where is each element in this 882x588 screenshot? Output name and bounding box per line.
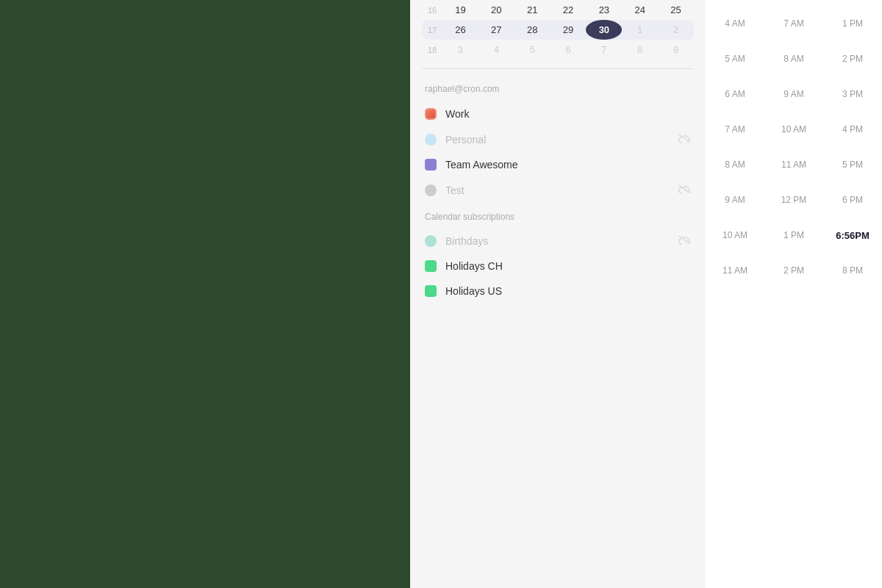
birthdays-label: Birthdays — [445, 235, 678, 247]
eye-slash-icon — [678, 184, 691, 196]
cal-day[interactable]: 8 — [622, 40, 658, 60]
time-label: 5 AM — [706, 41, 764, 76]
time-label: 2 PM — [823, 41, 882, 76]
time-label: 8 AM — [706, 147, 764, 182]
calendar-week-18: 18 3 4 5 6 7 8 9 — [422, 40, 694, 60]
work-color-dot — [425, 108, 437, 120]
cal-day[interactable]: 1 — [622, 20, 658, 40]
work-label: Work — [445, 108, 691, 120]
holidays-ch-color-dot — [425, 260, 437, 272]
calendar-item-holidays-ch[interactable]: Holidays CH — [416, 254, 700, 279]
time-label: 2 PM — [764, 253, 823, 288]
cal-day[interactable]: 3 — [442, 40, 478, 60]
cal-day[interactable]: 19 — [442, 0, 478, 20]
account-email: raphael@cron.com — [416, 81, 700, 101]
birthdays-color-dot — [425, 235, 437, 247]
cal-day[interactable]: 28 — [514, 20, 551, 40]
calendar-week-16: 16 19 20 21 22 23 24 25 — [422, 0, 694, 20]
time-col-3: 1 PM 2 PM 3 PM 4 PM 5 PM 6 PM 6:56PM 8 P… — [823, 6, 882, 588]
cal-day[interactable]: 2 — [658, 20, 694, 40]
calendar-item-personal[interactable]: Personal — [416, 126, 700, 152]
calendar-item-team-awesome[interactable]: Team Awesome — [416, 152, 700, 177]
calendar-mini: 16 19 20 21 22 23 24 25 17 26 27 28 29 3… — [410, 0, 706, 68]
holidays-ch-label: Holidays CH — [445, 260, 691, 272]
current-time-label: 6:56PM — [823, 218, 882, 253]
time-label: 8 AM — [764, 41, 823, 76]
cal-day-today[interactable]: 30 — [586, 20, 622, 40]
week-number: 17 — [422, 21, 442, 39]
time-label: 3 PM — [823, 76, 882, 112]
cal-day[interactable]: 27 — [478, 20, 514, 40]
cal-day[interactable]: 7 — [586, 40, 622, 60]
cal-day[interactable]: 21 — [514, 0, 551, 20]
calendar-item-test[interactable]: Test — [416, 177, 700, 203]
cal-day[interactable]: 4 — [478, 40, 514, 60]
time-columns: 4 AM 5 AM 6 AM 7 AM 8 AM 9 AM 10 AM 11 A… — [706, 0, 882, 588]
time-label: 1 PM — [764, 218, 823, 253]
calendar-week-17: 17 26 27 28 29 30 1 2 — [422, 20, 694, 40]
cal-day[interactable]: 29 — [551, 20, 587, 40]
time-label: 5 PM — [823, 147, 882, 182]
test-color-dot — [425, 184, 437, 196]
cal-day[interactable]: 22 — [551, 0, 587, 20]
time-label: 7 AM — [764, 6, 823, 41]
personal-color-dot — [425, 134, 437, 146]
cal-day[interactable]: 6 — [551, 40, 587, 60]
left-panel — [0, 0, 410, 588]
team-color-dot — [425, 159, 437, 171]
time-label: 10 AM — [764, 112, 823, 147]
eye-slash-icon — [678, 234, 691, 247]
cal-day[interactable]: 20 — [478, 0, 514, 20]
time-label: 12 PM — [764, 182, 823, 218]
personal-label: Personal — [445, 134, 678, 146]
time-label: 9 AM — [764, 76, 823, 112]
subscriptions-section-label: Calendar subscriptions — [416, 203, 700, 228]
week-number: 16 — [422, 1, 442, 19]
time-label: 6 AM — [706, 76, 764, 112]
time-label: 1 PM — [823, 6, 882, 41]
calendar-item-birthdays[interactable]: Birthdays — [416, 228, 700, 254]
cal-day[interactable]: 9 — [658, 40, 694, 60]
calendars-section: raphael@cron.com Work Personal Team Awes… — [410, 69, 706, 588]
team-awesome-label: Team Awesome — [445, 159, 691, 171]
cal-day[interactable]: 5 — [514, 40, 551, 60]
holidays-us-label: Holidays US — [445, 285, 691, 297]
time-label: 9 AM — [706, 182, 764, 218]
week-number: 18 — [422, 41, 442, 59]
time-label: 6 PM — [823, 182, 882, 218]
time-label: 10 AM — [706, 218, 764, 253]
time-label: 4 AM — [706, 6, 764, 41]
test-label: Test — [445, 184, 678, 196]
time-label: 8 PM — [823, 253, 882, 288]
cal-day[interactable]: 23 — [586, 0, 622, 20]
calendar-item-holidays-us[interactable]: Holidays US — [416, 279, 700, 304]
time-col-1: 4 AM 5 AM 6 AM 7 AM 8 AM 9 AM 10 AM 11 A… — [706, 6, 764, 588]
eye-slash-icon — [678, 133, 691, 146]
time-label: 4 PM — [823, 112, 882, 147]
holidays-us-color-dot — [425, 285, 437, 297]
time-col-2: 7 AM 8 AM 9 AM 10 AM 11 AM 12 PM 1 PM 2 … — [764, 6, 823, 588]
time-label: 7 AM — [706, 112, 764, 147]
cal-day[interactable]: 24 — [622, 0, 658, 20]
calendar-grid: 16 19 20 21 22 23 24 25 17 26 27 28 29 3… — [422, 0, 694, 60]
time-label: 11 AM — [764, 147, 823, 182]
cal-day[interactable]: 26 — [442, 20, 478, 40]
right-panel: 4 AM 5 AM 6 AM 7 AM 8 AM 9 AM 10 AM 11 A… — [706, 0, 882, 588]
cal-day[interactable]: 25 — [658, 0, 694, 20]
middle-panel: 16 19 20 21 22 23 24 25 17 26 27 28 29 3… — [410, 0, 706, 588]
calendar-item-work[interactable]: Work — [416, 101, 700, 126]
time-label: 11 AM — [706, 253, 764, 288]
